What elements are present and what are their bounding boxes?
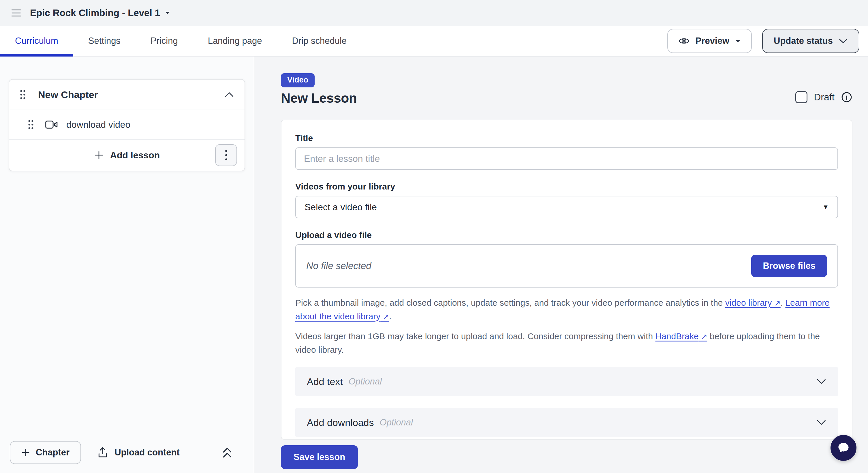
tab-drip-schedule[interactable]: Drip schedule bbox=[277, 26, 362, 56]
help-text: Pick a thumbnail image, add closed capti… bbox=[295, 298, 725, 308]
draft-checkbox[interactable] bbox=[795, 91, 807, 103]
compression-help-text: Videos larger than 1GB may take longer t… bbox=[295, 330, 837, 356]
add-text-section[interactable]: Add text Optional bbox=[295, 367, 838, 396]
save-lesson-button[interactable]: Save lesson bbox=[281, 445, 358, 469]
lesson-item-title: download video bbox=[66, 119, 130, 130]
chevron-up-icon[interactable] bbox=[224, 92, 234, 97]
optional-hint: Optional bbox=[380, 417, 413, 428]
course-title: Epic Rock Climbing - Level 1 bbox=[30, 7, 160, 19]
upload-dropzone[interactable]: No file selected Browse files bbox=[295, 244, 838, 288]
upload-content-button[interactable]: Upload content bbox=[97, 447, 180, 458]
tab-label: Drip schedule bbox=[292, 36, 347, 46]
tab-label: Curriculum bbox=[15, 36, 58, 46]
add-chapter-button[interactable]: Chapter bbox=[10, 441, 81, 464]
lesson-item[interactable]: download video bbox=[9, 109, 245, 139]
video-library-label: Videos from your library bbox=[295, 181, 838, 192]
chevron-down-icon bbox=[816, 379, 827, 385]
video-library-group: Videos from your library Select a video … bbox=[295, 181, 838, 218]
chapter-header[interactable]: New Chapter bbox=[9, 80, 245, 109]
tab-pricing[interactable]: Pricing bbox=[135, 26, 193, 56]
eye-icon bbox=[678, 37, 690, 45]
select-caret-icon: ▼ bbox=[823, 203, 829, 211]
sidebar-footer: Chapter Upload content bbox=[0, 432, 254, 473]
lesson-form-card: Title Videos from your library Select a … bbox=[281, 120, 852, 440]
no-file-text: No file selected bbox=[306, 260, 371, 272]
info-icon[interactable] bbox=[841, 91, 852, 103]
upload-icon bbox=[97, 447, 108, 458]
lesson-header: Video New Lesson Draft bbox=[281, 73, 852, 106]
chapter-title: New Chapter bbox=[38, 89, 98, 100]
tab-bar: Curriculum Settings Pricing Landing page… bbox=[0, 26, 868, 57]
curriculum-sidebar: New Chapter bbox=[0, 57, 254, 473]
external-link-icon: ↗ bbox=[383, 312, 389, 321]
chat-bubble-icon bbox=[837, 441, 850, 455]
external-link-icon: ↗ bbox=[701, 332, 707, 341]
add-text-label: Add text bbox=[307, 376, 343, 387]
add-lesson-button[interactable]: Add lesson bbox=[94, 150, 160, 161]
lesson-heading-block: Video New Lesson bbox=[281, 73, 357, 106]
chapter-card: New Chapter bbox=[9, 79, 245, 171]
upload-group: Upload a video file No file selected Bro… bbox=[295, 230, 838, 288]
draft-toggle-group: Draft bbox=[795, 91, 852, 103]
link-label: video library bbox=[725, 298, 772, 308]
add-chapter-label: Chapter bbox=[36, 447, 69, 458]
tab-curriculum[interactable]: Curriculum bbox=[0, 26, 73, 56]
video-camera-icon bbox=[45, 120, 58, 129]
tab-landing-page[interactable]: Landing page bbox=[193, 26, 277, 56]
lesson-editor: Video New Lesson Draft bbox=[254, 57, 868, 473]
drag-handle-icon[interactable] bbox=[28, 120, 34, 129]
tab-label: Settings bbox=[88, 36, 121, 46]
chapter-menu-button[interactable] bbox=[215, 144, 237, 166]
optional-hint: Optional bbox=[349, 376, 382, 387]
hamburger-icon bbox=[11, 9, 21, 17]
hamburger-menu-button[interactable] bbox=[9, 6, 24, 20]
lesson-title: New Lesson bbox=[281, 90, 357, 106]
add-lesson-row: Add lesson bbox=[9, 139, 245, 171]
chevron-down-icon bbox=[816, 420, 827, 426]
draft-label: Draft bbox=[814, 92, 835, 103]
plus-icon bbox=[94, 150, 104, 160]
preview-label: Preview bbox=[695, 36, 729, 46]
external-link-icon: ↗ bbox=[774, 299, 781, 308]
double-chevron-up-icon bbox=[221, 446, 234, 459]
update-status-label: Update status bbox=[774, 36, 833, 46]
link-label: HandBrake bbox=[655, 332, 699, 341]
title-field-group: Title bbox=[295, 133, 838, 170]
video-library-link[interactable]: video library ↗ bbox=[725, 298, 781, 308]
upload-content-label: Upload content bbox=[115, 447, 180, 458]
chevron-down-icon bbox=[839, 38, 848, 44]
help-text: Videos larger than 1GB may take longer t… bbox=[295, 332, 655, 341]
video-library-select[interactable]: Select a video file ▼ bbox=[295, 196, 838, 218]
tab-settings[interactable]: Settings bbox=[73, 26, 135, 56]
course-builder-app: Epic Rock Climbing - Level 1 Curriculum … bbox=[0, 0, 868, 473]
add-downloads-section[interactable]: Add downloads Optional bbox=[295, 408, 838, 437]
kebab-icon bbox=[225, 150, 227, 161]
handbrake-link[interactable]: HandBrake ↗ bbox=[655, 332, 707, 341]
upload-video-label: Upload a video file bbox=[295, 230, 838, 240]
update-status-button[interactable]: Update status bbox=[762, 29, 859, 53]
add-lesson-label: Add lesson bbox=[110, 150, 160, 161]
caret-down-icon bbox=[735, 39, 741, 43]
lesson-type-badge: Video bbox=[281, 73, 315, 87]
lesson-title-input[interactable] bbox=[295, 147, 838, 170]
help-text: . bbox=[389, 312, 391, 321]
drag-handle-icon[interactable] bbox=[20, 90, 26, 99]
topbar: Epic Rock Climbing - Level 1 bbox=[0, 0, 868, 26]
select-value: Select a video file bbox=[305, 202, 377, 213]
plus-icon bbox=[21, 448, 30, 457]
collapse-all-button[interactable] bbox=[221, 446, 234, 459]
course-switcher[interactable]: Epic Rock Climbing - Level 1 bbox=[30, 7, 170, 19]
help-text: . bbox=[781, 298, 785, 308]
content-area: New Chapter bbox=[0, 57, 868, 473]
chevron-down-icon bbox=[165, 11, 170, 15]
browse-files-button[interactable]: Browse files bbox=[751, 255, 827, 277]
video-library-help-text: Pick a thumbnail image, add closed capti… bbox=[295, 296, 837, 323]
title-field-label: Title bbox=[295, 133, 838, 143]
chat-widget-button[interactable] bbox=[831, 435, 857, 461]
add-downloads-label: Add downloads bbox=[307, 417, 374, 428]
tab-label: Pricing bbox=[151, 36, 178, 46]
preview-button[interactable]: Preview bbox=[667, 29, 752, 53]
tab-label: Landing page bbox=[208, 36, 262, 46]
tabs: Curriculum Settings Pricing Landing page… bbox=[0, 26, 362, 56]
header-actions: Preview Update status bbox=[667, 26, 859, 56]
